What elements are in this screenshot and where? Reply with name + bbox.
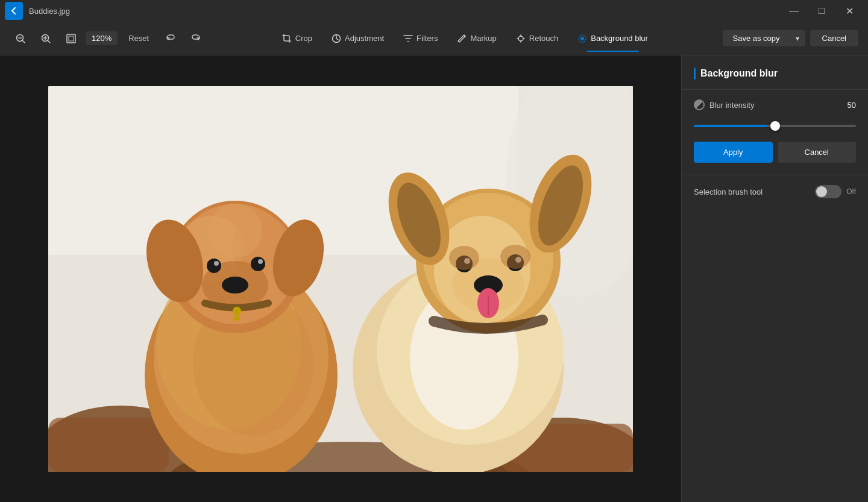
image-canvas-area (0, 55, 681, 502)
maximize-button[interactable]: □ (808, 0, 835, 22)
blur-intensity-row: Blur intensity 50 (694, 99, 856, 110)
save-as-copy-group: Save as copy ▾ (723, 30, 805, 46)
svg-rect-7 (67, 34, 75, 43)
svg-point-11 (580, 37, 584, 40)
apply-button[interactable]: Apply (694, 142, 773, 163)
svg-line-6 (48, 40, 51, 43)
selection-brush-section: Selection brush tool Off (682, 175, 868, 208)
svg-point-34 (222, 277, 248, 293)
crop-tool-button[interactable]: Crop (274, 30, 321, 47)
svg-point-59 (449, 246, 479, 270)
window-controls: — □ ✕ (780, 0, 863, 22)
panel-title: Background blur (694, 67, 856, 80)
selection-brush-label: Selection brush tool (694, 187, 763, 196)
svg-point-30 (208, 204, 262, 258)
svg-point-37 (214, 261, 219, 266)
svg-point-39 (233, 307, 241, 315)
svg-line-2 (23, 40, 25, 43)
toolbar: 120% Reset Crop (0, 22, 868, 55)
blur-intensity-text: Blur intensity (709, 101, 754, 110)
blur-intensity-label: Blur intensity (694, 99, 754, 110)
panel-title-text: Background blur (700, 68, 778, 79)
toolbar-zoom-controls: 120% Reset (10, 28, 207, 49)
selection-brush-toggle-group: Off (815, 185, 856, 198)
adjustment-tool-button[interactable]: Adjustment (323, 30, 392, 47)
title-bar: Buddies.jpg — □ ✕ (0, 0, 868, 22)
toolbar-save-controls: Save as copy ▾ Cancel (723, 30, 858, 46)
filename-label: Buddies.jpg (29, 7, 70, 16)
cancel-button[interactable]: Cancel (810, 30, 858, 46)
zoom-level-display: 120% (86, 31, 118, 45)
action-buttons: Apply Cancel (694, 142, 856, 163)
fit-to-window-button[interactable] (60, 28, 82, 49)
undo-button[interactable] (160, 28, 181, 49)
filters-tool-button[interactable]: Filters (395, 30, 446, 47)
reset-button[interactable]: Reset (121, 31, 156, 45)
minimize-button[interactable]: — (780, 0, 808, 22)
title-bar-left: Buddies.jpg (5, 2, 70, 20)
redo-button[interactable] (185, 28, 207, 49)
svg-point-60 (500, 245, 530, 269)
background-blur-tool-button[interactable]: Background blur (569, 30, 656, 47)
blur-intensity-value: 50 (848, 101, 856, 110)
svg-rect-20 (48, 418, 169, 472)
svg-point-36 (251, 257, 265, 271)
save-as-copy-button[interactable]: Save as copy (723, 30, 789, 46)
svg-point-10 (518, 36, 523, 41)
selection-brush-toggle[interactable] (815, 185, 841, 198)
retouch-tool-button[interactable]: Retouch (508, 30, 567, 47)
svg-point-38 (258, 259, 263, 264)
save-dropdown-button[interactable]: ▾ (790, 31, 805, 46)
toggle-knob (816, 186, 827, 197)
main-area: Background blur Blur intensity 50 Apply … (0, 55, 868, 502)
right-panel: Background blur Blur intensity 50 Apply … (681, 55, 868, 502)
title-accent-bar (694, 67, 696, 80)
svg-point-35 (207, 259, 221, 273)
zoom-out-button[interactable] (10, 28, 31, 49)
zoom-in-button[interactable] (35, 28, 57, 49)
svg-rect-8 (69, 36, 74, 41)
blur-controls-section: Blur intensity 50 Apply Cancel (682, 90, 868, 175)
svg-point-40 (234, 315, 240, 321)
panel-cancel-button[interactable]: Cancel (778, 142, 857, 163)
back-button[interactable] (5, 2, 23, 20)
blur-intensity-slider[interactable] (694, 125, 856, 127)
blur-icon (694, 99, 705, 110)
markup-tool-button[interactable]: Markup (448, 30, 505, 47)
image-canvas (48, 86, 633, 472)
panel-title-section: Background blur (682, 55, 868, 90)
toolbar-tools: Crop Adjustment Filters Markup (274, 30, 656, 47)
close-button[interactable]: ✕ (835, 0, 863, 22)
selection-brush-state: Off (846, 187, 856, 196)
